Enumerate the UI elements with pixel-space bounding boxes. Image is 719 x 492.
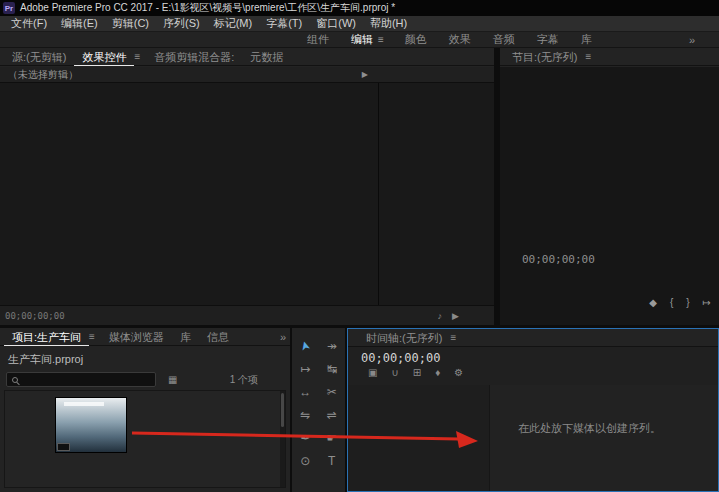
pen-tool[interactable]: ✒ xyxy=(300,432,310,444)
tab-program-monitor[interactable]: 节目:(无序列) xyxy=(504,48,585,66)
workspace-tabs: 组件 编辑 ≡ 颜色 效果 音频 字幕 库 xyxy=(296,32,603,47)
program-panel-tabs: 节目:(无序列) ≡ xyxy=(500,48,719,66)
menu-help[interactable]: 帮助(H) xyxy=(363,16,414,31)
timeline-panel-menu-icon[interactable]: ≡ xyxy=(450,332,462,343)
tab-timeline[interactable]: 时间轴:(无序列) xyxy=(358,329,450,347)
titlebar: Pr Adobe Premiere Pro CC 2017 - E:\1影视区\… xyxy=(0,0,719,16)
timeline-drop-zone[interactable]: 在此处放下媒体以创建序列。 xyxy=(348,385,718,491)
effect-controls-play-controls: ♪ ▶ xyxy=(438,311,459,321)
project-scrollbar-thumb[interactable] xyxy=(281,393,284,427)
workspace-tab-color[interactable]: 颜色 xyxy=(394,32,438,47)
workspace-tab-audio[interactable]: 音频 xyxy=(482,32,526,47)
play-icon[interactable]: ▶ xyxy=(452,311,459,321)
program-monitor-panel: 节目:(无序列) ≡ 00;00;00;00 ◆ { } ↦ xyxy=(500,48,719,325)
workspace-tab-libraries[interactable]: 库 xyxy=(570,32,603,47)
menu-window[interactable]: 窗口(W) xyxy=(309,16,363,31)
list-view-icon[interactable]: ▦ xyxy=(168,374,177,385)
menu-sequence[interactable]: 序列(S) xyxy=(156,16,207,31)
mark-out-icon[interactable]: } xyxy=(686,297,689,308)
snap-icon[interactable]: ∪ xyxy=(391,367,398,378)
workspace-overflow-icon[interactable]: » xyxy=(689,34,695,46)
effect-controls-content: （未选择剪辑） ▶ xyxy=(0,67,494,305)
razor-tool[interactable]: ✂ xyxy=(327,386,337,398)
timeline-toolbar: ▣ ∪ ⊞ ♦ ⚙ xyxy=(368,367,463,378)
mark-in-icon[interactable]: { xyxy=(670,297,673,308)
ripple-edit-tool[interactable]: ↦ xyxy=(300,363,310,375)
track-header-area xyxy=(348,385,490,491)
search-icon xyxy=(12,377,18,383)
window-title: Adobe Premiere Pro CC 2017 - E:\1影视区\视频号… xyxy=(20,1,395,15)
search-input[interactable] xyxy=(6,372,156,387)
effect-controls-bottom-bar: 00;00;00;00 ♪ ▶ xyxy=(0,305,494,325)
effect-controls-timecode: 00;00;00;00 xyxy=(5,311,65,321)
timeline-settings-icon[interactable]: ⚙ xyxy=(454,367,463,378)
no-clip-selected-label: （未选择剪辑） xyxy=(8,68,78,82)
expand-arrow-icon[interactable]: ▶ xyxy=(362,70,368,79)
add-marker-icon[interactable]: ♦ xyxy=(435,367,440,378)
timeline-timecode: 00;00;00;00 xyxy=(361,351,440,365)
timeline-panel-tabs: 时间轴:(无序列) ≡ xyxy=(348,329,718,347)
effect-controls-menu-icon[interactable]: ≡ xyxy=(134,51,146,62)
item-count-label: 1 个项 xyxy=(230,373,258,387)
rolling-edit-tool[interactable]: ↹ xyxy=(327,363,337,375)
program-transport-controls: ◆ { } ↦ xyxy=(649,297,711,308)
menu-clip[interactable]: 剪辑(C) xyxy=(105,16,156,31)
rate-stretch-tool[interactable]: ↔ xyxy=(299,386,311,398)
nest-sequence-icon[interactable]: ▣ xyxy=(368,367,377,378)
filmstrip-badge-icon xyxy=(57,443,70,451)
tab-audio-clip-mixer[interactable]: 音频剪辑混合器: xyxy=(146,48,242,66)
linked-selection-icon[interactable]: ⊞ xyxy=(413,367,421,378)
tab-info[interactable]: 信息 xyxy=(199,328,237,346)
tab-libraries[interactable]: 库 xyxy=(172,328,199,346)
source-panel-tabs: 源:(无剪辑) 效果控件 ≡ 音频剪辑混合器: 元数据 xyxy=(0,48,494,66)
workspace-tab-titles[interactable]: 字幕 xyxy=(526,32,570,47)
workspace-tab-effects[interactable]: 效果 xyxy=(438,32,482,47)
effects-timeline-divider xyxy=(378,83,379,305)
workspace-tab-assembly[interactable]: 组件 xyxy=(296,32,340,47)
drop-hint-text: 在此处放下媒体以创建序列。 xyxy=(518,421,661,436)
project-scrollbar[interactable] xyxy=(280,391,285,487)
tools-panel: ➤ ↠ ↦ ↹ ↔ ✂ ⇋ ⇌ ✒ ☛ ⊙ T xyxy=(292,328,345,492)
menubar: 文件(F) 编辑(E) 剪辑(C) 序列(S) 标记(M) 字幕(T) 窗口(W… xyxy=(0,16,719,32)
premiere-app-icon: Pr xyxy=(3,2,15,14)
workspace-tab-editing[interactable]: 编辑 xyxy=(340,32,376,47)
hand-tool[interactable]: ☛ xyxy=(326,432,337,444)
program-monitor-screen: 00;00;00;00 ◆ { } ↦ xyxy=(500,67,719,325)
project-tabs-overflow-icon[interactable]: » xyxy=(280,328,286,346)
project-panel-tabs: 项目:生产车间 ≡ 媒体浏览器 库 信息 » xyxy=(0,328,290,346)
project-search-row: ▦ 1 个项 xyxy=(0,370,290,391)
audio-only-icon[interactable]: ♪ xyxy=(438,311,443,321)
project-panel-menu-icon[interactable]: ≡ xyxy=(89,331,101,342)
tab-media-browser[interactable]: 媒体浏览器 xyxy=(101,328,172,346)
slip-tool[interactable]: ⇋ xyxy=(300,409,310,421)
zoom-tool[interactable]: ⊙ xyxy=(300,455,310,467)
tab-source-monitor[interactable]: 源:(无剪辑) xyxy=(4,48,74,66)
selection-tool[interactable]: ➤ xyxy=(298,339,312,352)
tab-project[interactable]: 项目:生产车间 xyxy=(4,328,89,346)
menu-edit[interactable]: 编辑(E) xyxy=(54,16,105,31)
slide-tool[interactable]: ⇌ xyxy=(327,409,337,421)
type-tool[interactable]: T xyxy=(328,455,335,467)
tab-metadata[interactable]: 元数据 xyxy=(242,48,291,66)
clip-header-row: （未选择剪辑） ▶ xyxy=(0,67,494,83)
workspace-switcher: 组件 编辑 ≡ 颜色 效果 音频 字幕 库 » xyxy=(0,32,719,48)
effect-controls-panel: 源:(无剪辑) 效果控件 ≡ 音频剪辑混合器: 元数据 （未选择剪辑） ▶ 00… xyxy=(0,48,497,325)
go-to-out-icon[interactable]: ↦ xyxy=(703,297,711,308)
project-panel: 项目:生产车间 ≡ 媒体浏览器 库 信息 » 生产车间.prproj ▦ 1 个… xyxy=(0,328,290,492)
menu-markers[interactable]: 标记(M) xyxy=(207,16,260,31)
track-select-tool[interactable]: ↠ xyxy=(327,340,337,352)
program-timecode: 00;00;00;00 xyxy=(522,253,595,266)
program-panel-menu-icon[interactable]: ≡ xyxy=(585,51,597,62)
project-name-label: 生产车间.prproj xyxy=(0,346,290,370)
tab-effect-controls[interactable]: 效果控件 xyxy=(74,48,134,66)
menu-titles[interactable]: 字幕(T) xyxy=(259,16,309,31)
add-marker-icon[interactable]: ◆ xyxy=(649,297,657,308)
menu-file[interactable]: 文件(F) xyxy=(4,16,54,31)
project-items-area xyxy=(4,390,286,488)
timeline-panel: 时间轴:(无序列) ≡ 00;00;00;00 ▣ ∪ ⊞ ♦ ⚙ 在此处放下媒… xyxy=(347,328,719,492)
clip-thumbnail[interactable] xyxy=(55,397,127,453)
workspace-menu-icon[interactable]: ≡ xyxy=(376,34,394,45)
